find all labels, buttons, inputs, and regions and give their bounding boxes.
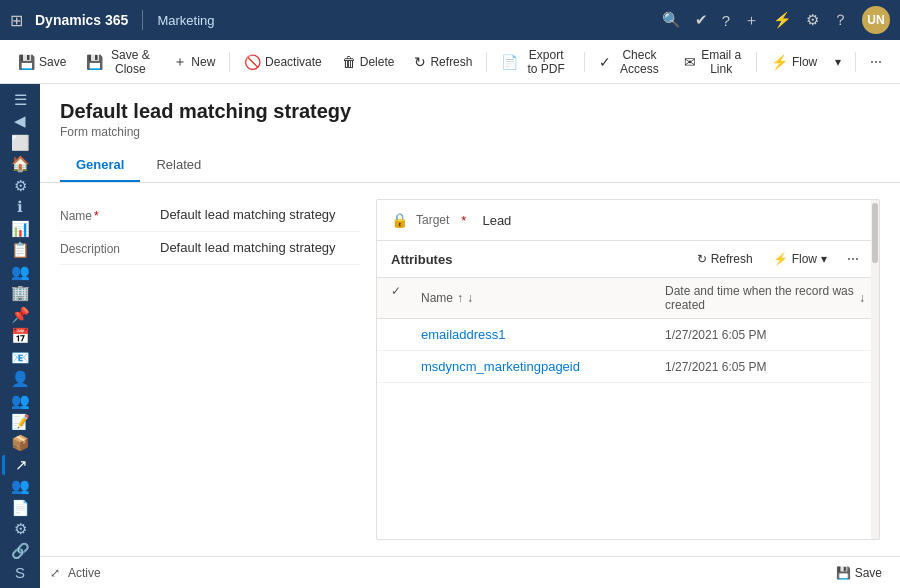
refresh-button[interactable]: ↻ Refresh	[406, 49, 480, 75]
sidebar-item-docs[interactable]: 📄	[2, 498, 38, 517]
field-label-description: Description	[60, 240, 160, 256]
attributes-actions: ↻ Refresh ⚡ Flow ▾ ⋯	[691, 249, 865, 269]
question-icon[interactable]: ？	[833, 11, 848, 30]
module-name: Marketing	[157, 13, 214, 28]
row-name-1[interactable]: emailaddress1	[421, 327, 665, 342]
target-value: Lead	[482, 213, 511, 228]
page-header: Default lead matching strategy Form matc…	[40, 84, 900, 139]
field-row-name: Name* Default lead matching strategy	[60, 199, 360, 232]
app-grid-icon[interactable]: ⊞	[10, 11, 23, 30]
sidebar-item-accounts[interactable]: 🏢	[2, 283, 38, 302]
col-date-sort-icon[interactable]: ↓	[859, 291, 865, 305]
check-icon: ✓	[599, 54, 611, 70]
nav-divider	[142, 10, 143, 30]
sidebar-item-leads[interactable]: 📌	[2, 305, 38, 324]
sort-asc-icon[interactable]: ↑	[457, 291, 463, 305]
sidebar-item-calendar[interactable]: 📅	[2, 326, 38, 345]
add-icon[interactable]: ＋	[744, 11, 759, 30]
table-row: msdyncm_marketingpageid 1/27/2021 6:05 P…	[377, 351, 879, 383]
tab-general[interactable]: General	[60, 149, 140, 182]
check-access-button[interactable]: ✓ Check Access	[591, 43, 672, 81]
sidebar-item-groups[interactable]: 👥	[2, 391, 38, 410]
deactivate-button[interactable]: 🚫 Deactivate	[236, 49, 330, 75]
export-button[interactable]: 📄 Export to PDF	[493, 43, 578, 81]
col-check-header: ✓	[391, 284, 421, 312]
sidebar-item-teams[interactable]: 👥	[2, 477, 38, 496]
save-close-icon: 💾	[86, 54, 103, 70]
lock-icon: 🔒	[391, 212, 408, 228]
refresh-icon: ↻	[697, 252, 707, 266]
email-link-button[interactable]: ✉ Email a Link	[676, 43, 750, 81]
status-save-button[interactable]: 💾 Save	[828, 563, 890, 583]
more-icon: ⋯	[847, 252, 859, 266]
sidebar-item-links[interactable]: 🔗	[2, 541, 38, 560]
sidebar-item-forms[interactable]: 📋	[2, 240, 38, 259]
table-header: ✓ Name ↑ ↓ Date and time when the record…	[377, 278, 879, 319]
sidebar-item-back[interactable]: ◀	[2, 111, 38, 130]
main-layout: ☰ ◀ ⬜ 🏠 ⚙ ℹ 📊 📋 👥 🏢 📌 📅 📧 👤 👥 📝 📦 ↗ 👥 📄 …	[0, 84, 900, 588]
flow-dropdown[interactable]: ⚡ Flow ▾	[763, 49, 849, 75]
sidebar-item-menu[interactable]: ☰	[2, 90, 38, 109]
attributes-flow-button[interactable]: ⚡ Flow ▾	[767, 249, 833, 269]
tab-related[interactable]: Related	[140, 149, 217, 182]
row-date-2: 1/27/2021 6:05 PM	[665, 360, 865, 374]
field-label-name: Name*	[60, 207, 160, 223]
sidebar-item-bottom[interactable]: S	[2, 563, 38, 582]
sidebar-item-email[interactable]: 📧	[2, 348, 38, 367]
left-panel: Name* Default lead matching strategy Des…	[60, 199, 360, 540]
tasks-icon[interactable]: ✔	[695, 11, 708, 29]
page-subtitle: Form matching	[60, 125, 880, 139]
save-button[interactable]: 💾 Save	[10, 49, 74, 75]
tab-bar: General Related	[40, 139, 900, 183]
expand-icon[interactable]: ⤢	[50, 566, 60, 580]
new-button[interactable]: ＋ New	[165, 48, 223, 76]
sidebar-item-flows[interactable]: ↗	[2, 455, 38, 474]
sidebar-item-config[interactable]: ⚙	[2, 520, 38, 539]
sidebar-item-users[interactable]: 👤	[2, 369, 38, 388]
attributes-more-button[interactable]: ⋯	[841, 249, 865, 269]
sidebar-item-settings[interactable]: ⚙	[2, 176, 38, 195]
flow-icon: ⚡	[771, 54, 788, 70]
more-button[interactable]: ⋯	[862, 50, 890, 74]
toolbar-separator-2	[486, 52, 487, 72]
sidebar-item-products[interactable]: 📦	[2, 434, 38, 453]
search-icon[interactable]: 🔍	[662, 11, 681, 29]
sidebar-item-home[interactable]: 🏠	[2, 154, 38, 173]
flow-chevron-button[interactable]: ▾	[827, 50, 849, 74]
delete-button[interactable]: 🗑 Delete	[334, 49, 403, 75]
status-badge: Active	[68, 566, 101, 580]
user-avatar[interactable]: UN	[862, 6, 890, 34]
toolbar-separator-5	[855, 52, 856, 72]
row-date-1: 1/27/2021 6:05 PM	[665, 328, 865, 342]
nav-icons: 🔍 ✔ ? ＋ ⚡ ⚙ ？ UN	[662, 6, 890, 34]
more-icon: ⋯	[870, 55, 882, 69]
sidebar-item-info[interactable]: ℹ	[2, 197, 38, 216]
sidebar-item-contacts[interactable]: 👥	[2, 262, 38, 281]
right-panel: 🔒 Target * Lead Attributes ↻ Refresh ⚡	[376, 199, 880, 540]
help-icon[interactable]: ?	[722, 12, 730, 29]
sidebar-item-leads-analytics[interactable]: 📊	[2, 219, 38, 238]
attributes-refresh-button[interactable]: ↻ Refresh	[691, 249, 759, 269]
filter-icon[interactable]: ⚡	[773, 11, 792, 29]
flow-icon: ⚡	[773, 252, 788, 266]
scroll-thumb[interactable]	[872, 203, 878, 263]
settings-icon[interactable]: ⚙	[806, 11, 819, 29]
flow-button[interactable]: ⚡ Flow	[763, 49, 825, 75]
row-name-2[interactable]: msdyncm_marketingpageid	[421, 359, 665, 374]
export-icon: 📄	[501, 54, 518, 70]
target-required-star: *	[461, 213, 466, 228]
sort-desc-icon[interactable]: ↓	[467, 291, 473, 305]
scrollbar[interactable]	[871, 200, 879, 539]
top-navigation: ⊞ Dynamics 365 Marketing 🔍 ✔ ? ＋ ⚡ ⚙ ？ U…	[0, 0, 900, 40]
sidebar-item-records[interactable]: 📝	[2, 412, 38, 431]
flow-chevron-icon: ▾	[821, 252, 827, 266]
toolbar-separator-4	[756, 52, 757, 72]
sidebar-item-tablet[interactable]: ⬜	[2, 133, 38, 152]
status-bar: ⤢ Active 💾 Save	[40, 556, 900, 588]
table-row: emailaddress1 1/27/2021 6:05 PM	[377, 319, 879, 351]
col-name-header: Name ↑ ↓	[421, 284, 665, 312]
field-value-name: Default lead matching strategy	[160, 207, 360, 222]
toolbar: 💾 Save 💾 Save & Close ＋ New 🚫 Deactivate…	[0, 40, 900, 84]
deactivate-icon: 🚫	[244, 54, 261, 70]
save-close-button[interactable]: 💾 Save & Close	[78, 43, 161, 81]
